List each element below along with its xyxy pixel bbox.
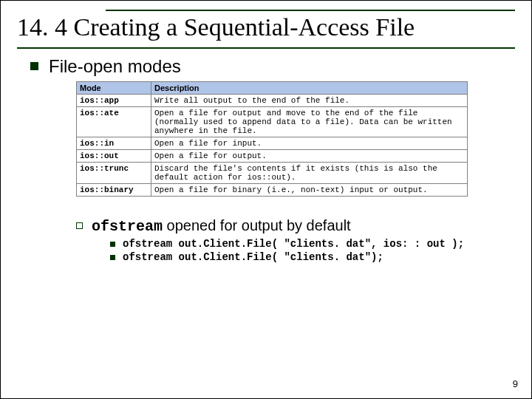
cell-mode: ios::app bbox=[77, 94, 151, 106]
slide-title: 14. 4 Creating a Sequential-Access File bbox=[17, 13, 515, 43]
cell-mode: ios::trunc bbox=[77, 162, 151, 183]
col-description: Description bbox=[151, 81, 468, 94]
page-number: 9 bbox=[513, 378, 518, 389]
cell-desc: Write all output to the end of the file. bbox=[151, 94, 468, 106]
small-square-bullet-icon bbox=[110, 242, 115, 247]
table-row: ios::trunc Discard the file's contents i… bbox=[77, 162, 468, 183]
bullet-level3: ofstream out.Client.File( "clients. dat"… bbox=[110, 251, 502, 263]
sub-point-rest: opened for output by default bbox=[163, 217, 351, 233]
sub-point: ofstream opened for output by default bbox=[92, 217, 351, 235]
title-bottom-rule bbox=[17, 47, 515, 49]
bullet-level3: ofstream out.Client.File( "clients. dat"… bbox=[110, 238, 502, 250]
table-row: ios::binary Open a file for binary (i.e.… bbox=[77, 183, 468, 196]
modes-table-wrap: Mode Description ios::app Write all outp… bbox=[76, 81, 468, 197]
title-top-rule bbox=[106, 10, 515, 11]
code-line: ofstream out.Client.File( "clients. dat"… bbox=[123, 251, 383, 263]
cell-mode: ios::ate bbox=[77, 106, 151, 137]
cell-desc: Open a file for output. bbox=[151, 149, 468, 162]
code-word: ofstream bbox=[92, 218, 163, 235]
section-heading: File-open modes bbox=[49, 56, 181, 77]
cell-desc: Open a file for input. bbox=[151, 137, 468, 149]
square-bullet-icon bbox=[30, 62, 38, 70]
cell-mode: ios::in bbox=[77, 137, 151, 149]
slide-body: File-open modes Mode Description ios::ap… bbox=[30, 56, 502, 263]
cell-desc: Discard the file's contents if it exists… bbox=[151, 162, 468, 183]
cell-mode: ios::binary bbox=[77, 183, 151, 196]
bullet-level2: ofstream opened for output by default bbox=[76, 217, 502, 235]
table-header-row: Mode Description bbox=[77, 81, 468, 94]
table-row: ios::out Open a file for output. bbox=[77, 149, 468, 162]
code-line: ofstream out.Client.File( "clients. dat"… bbox=[123, 238, 464, 250]
bullet-level1: File-open modes bbox=[30, 56, 502, 77]
small-square-bullet-icon bbox=[110, 255, 115, 260]
hollow-square-bullet-icon bbox=[76, 222, 83, 229]
cell-desc: Open a file for output and move to the e… bbox=[151, 106, 468, 137]
cell-desc: Open a file for binary (i.e., non-text) … bbox=[151, 183, 468, 196]
table-row: ios::app Write all output to the end of … bbox=[77, 94, 468, 106]
cell-mode: ios::out bbox=[77, 149, 151, 162]
table-row: ios::in Open a file for input. bbox=[77, 137, 468, 149]
col-mode: Mode bbox=[77, 81, 151, 94]
slide: 14. 4 Creating a Sequential-Access File … bbox=[0, 0, 532, 399]
title-block: 14. 4 Creating a Sequential-Access File bbox=[17, 10, 515, 49]
modes-table: Mode Description ios::app Write all outp… bbox=[76, 81, 468, 197]
table-row: ios::ate Open a file for output and move… bbox=[77, 106, 468, 137]
